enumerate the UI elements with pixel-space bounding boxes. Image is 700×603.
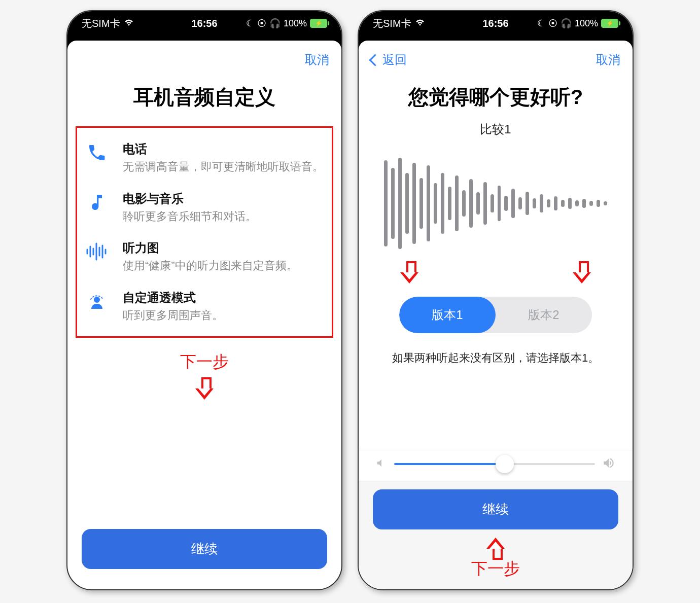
feature-title: 自定通透模式 xyxy=(123,290,223,306)
feature-title: 电话 xyxy=(123,141,324,157)
waveform-bar xyxy=(533,198,536,208)
waveform-bar xyxy=(575,200,579,206)
continue-button[interactable]: 继续 xyxy=(82,529,327,569)
annotation-arrows xyxy=(359,257,633,288)
speaker-low-icon xyxy=(376,457,387,471)
annotation-next-step: 下一步 xyxy=(67,351,341,373)
waveform-bar xyxy=(540,194,543,212)
back-label: 返回 xyxy=(382,52,407,68)
phone-icon xyxy=(85,141,109,164)
waveform-bar xyxy=(419,178,423,229)
chevron-left-icon xyxy=(369,54,381,66)
status-bar: 无SIM卡 16:56 ☾ ⦿ 🎧 100% ⚡ xyxy=(359,11,633,36)
continue-button[interactable]: 继续 xyxy=(373,489,618,529)
version-segmented-control: 版本1 版本2 xyxy=(399,297,592,333)
waveform-graphic xyxy=(359,153,633,254)
waveform-bar xyxy=(405,173,409,234)
waveform-bar xyxy=(526,192,529,215)
svg-point-7 xyxy=(94,297,100,303)
screen-right: 无SIM卡 16:56 ☾ ⦿ 🎧 100% ⚡ 返回 取消 您觉得哪个更好听?… xyxy=(358,10,634,590)
back-button[interactable]: 返回 xyxy=(371,52,407,68)
feature-phone: 电话 无需调高音量，即可更清晰地听取语音。 xyxy=(80,133,329,183)
waveform-bar xyxy=(491,194,494,212)
segment-version-1[interactable]: 版本1 xyxy=(399,297,496,333)
target-icon: ⦿ xyxy=(548,18,557,29)
arrow-down-icon xyxy=(194,377,215,402)
waveform-bar xyxy=(589,201,593,206)
headphones-icon: 🎧 xyxy=(269,18,281,29)
waveform-icon xyxy=(85,240,109,263)
waveform-bar xyxy=(561,200,565,207)
waveform-bar xyxy=(412,163,416,244)
page-title: 耳机音频自定义 xyxy=(67,73,341,126)
moon-icon: ☾ xyxy=(537,18,545,29)
feature-desc: 无需调高音量，即可更清晰地听取语音。 xyxy=(123,159,324,174)
sheet-grabber-area xyxy=(359,36,633,50)
battery-icon: ⚡ xyxy=(310,19,327,28)
waveform-bar xyxy=(498,186,501,221)
feature-transparency: 自定通透模式 听到更多周围声音。 xyxy=(80,281,329,331)
waveform-bar xyxy=(398,158,402,249)
waveform-bar xyxy=(511,189,515,218)
waveform-bar xyxy=(554,196,557,210)
waveform-bar xyxy=(547,199,550,207)
person-transparency-icon xyxy=(85,290,109,313)
waveform-bar xyxy=(391,168,395,239)
feature-title: 听力图 xyxy=(123,240,298,256)
page-title: 您觉得哪个更好听? xyxy=(359,73,633,126)
waveform-bar xyxy=(441,173,444,234)
music-note-icon xyxy=(85,191,109,214)
waveform-bar xyxy=(483,182,487,225)
feature-desc: 听到更多周围声音。 xyxy=(123,308,223,323)
cancel-button[interactable]: 取消 xyxy=(596,52,620,68)
waveform-bar xyxy=(597,200,600,207)
nav-bar: 返回 取消 xyxy=(359,50,633,73)
volume-slider[interactable] xyxy=(394,463,595,465)
waveform-bar xyxy=(504,196,508,211)
sim-status: 无SIM卡 xyxy=(82,17,120,30)
speaker-high-icon xyxy=(602,456,615,472)
waveform-bar xyxy=(469,179,473,228)
wifi-icon xyxy=(414,18,426,29)
arrow-down-icon xyxy=(399,261,419,286)
waveform-bar xyxy=(604,201,607,205)
waveform-bar xyxy=(434,183,437,224)
waveform-bar xyxy=(462,190,466,217)
feature-list: 电话 无需调高音量，即可更清晰地听取语音。 电影与音乐 聆听更多音乐细节和对话。 xyxy=(76,126,333,338)
sim-status: 无SIM卡 xyxy=(373,17,411,30)
waveform-bar xyxy=(427,165,430,241)
feature-title: 电影与音乐 xyxy=(123,191,257,207)
segment-version-2[interactable]: 版本2 xyxy=(496,297,592,333)
wifi-icon xyxy=(123,18,134,29)
clock: 16:56 xyxy=(191,18,217,29)
feature-desc: 使用“健康”中的听力图来自定音频。 xyxy=(123,258,298,273)
slider-thumb[interactable] xyxy=(496,455,514,473)
cancel-button[interactable]: 取消 xyxy=(305,52,329,68)
feature-audiogram: 听力图 使用“健康”中的听力图来自定音频。 xyxy=(80,232,329,281)
battery-icon: ⚡ xyxy=(601,19,618,28)
waveform-bar xyxy=(476,192,480,215)
arrow-down-icon xyxy=(572,261,592,286)
feature-desc: 聆听更多音乐细节和对话。 xyxy=(123,209,257,224)
waveform-bar xyxy=(518,197,522,209)
waveform-bar xyxy=(448,187,451,220)
target-icon: ⦿ xyxy=(257,18,266,29)
nav-bar: 取消 xyxy=(67,50,341,73)
waveform-bar xyxy=(582,199,586,208)
clock: 16:56 xyxy=(482,18,508,29)
headphones-icon: 🎧 xyxy=(561,18,572,29)
screen-left: 无SIM卡 16:56 ☾ ⦿ 🎧 100% ⚡ 取消 耳机音频自定义 电话 无… xyxy=(66,10,342,590)
battery-pct: 100% xyxy=(284,18,307,29)
status-bar: 无SIM卡 16:56 ☾ ⦿ 🎧 100% ⚡ xyxy=(67,11,341,36)
waveform-bar xyxy=(384,160,388,246)
battery-pct: 100% xyxy=(575,18,598,29)
hint-text: 如果两种听起来没有区别，请选择版本1。 xyxy=(359,346,633,381)
waveform-bar xyxy=(455,175,459,231)
sheet-grabber-area xyxy=(67,36,341,50)
arrow-up-icon xyxy=(485,535,506,559)
moon-icon: ☾ xyxy=(246,18,254,29)
waveform-bar xyxy=(568,198,572,209)
page-subtitle: 比较1 xyxy=(359,121,633,137)
feature-music: 电影与音乐 聆听更多音乐细节和对话。 xyxy=(80,183,329,232)
volume-slider-row xyxy=(359,450,633,481)
